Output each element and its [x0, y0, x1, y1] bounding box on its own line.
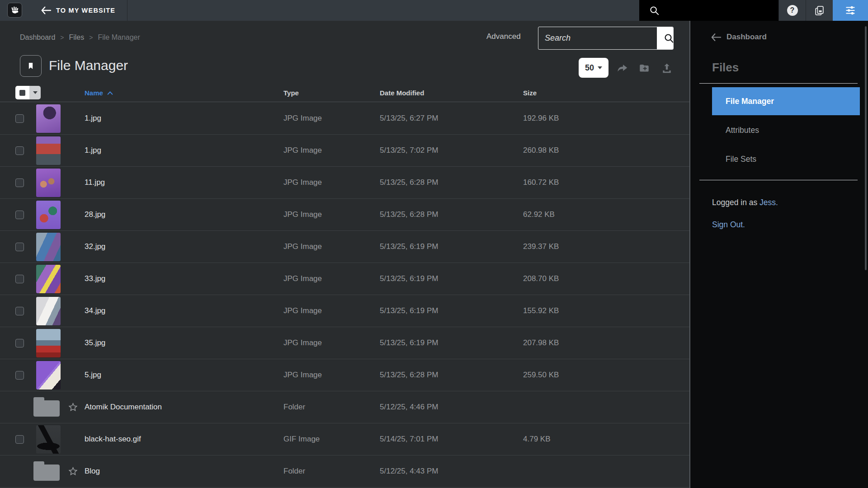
- row-checkbox[interactable]: [15, 275, 24, 283]
- row-checkbox[interactable]: [15, 146, 24, 155]
- row-checkbox[interactable]: [15, 243, 24, 251]
- chevron-down-icon: [598, 66, 602, 69]
- row-checkbox[interactable]: [15, 307, 24, 315]
- column-header-type[interactable]: Type: [283, 89, 299, 97]
- file-thumbnail: [36, 169, 61, 197]
- row-checkbox[interactable]: [15, 114, 24, 123]
- file-type: JPG Image: [283, 371, 322, 380]
- help-button[interactable]: ?: [778, 0, 806, 21]
- row-checkbox[interactable]: [15, 435, 24, 444]
- file-type: JPG Image: [283, 210, 322, 219]
- sidebar-item-file-sets[interactable]: File Sets: [712, 145, 860, 173]
- select-menu-button[interactable]: [29, 86, 41, 99]
- table-row[interactable]: 34.jpg JPG Image 5/13/25, 6:19 PM 155.92…: [0, 295, 689, 327]
- file-search: [538, 27, 674, 50]
- file-name[interactable]: 1.jpg: [85, 114, 101, 123]
- table-row[interactable]: 28.jpg JPG Image 5/13/25, 6:28 PM 62.92 …: [0, 199, 689, 231]
- pages-icon: [814, 5, 825, 16]
- page-size-dropdown[interactable]: 50: [579, 58, 609, 78]
- table-row[interactable]: black-hat-seo.gif GIF Image 5/14/25, 7:0…: [0, 423, 689, 455]
- checkbox-indeterminate-icon: [19, 90, 25, 96]
- search-icon: [649, 5, 660, 16]
- user-link[interactable]: Jess.: [760, 198, 778, 207]
- file-date: 5/13/25, 6:19 PM: [380, 274, 438, 283]
- new-folder-icon: [638, 62, 650, 74]
- select-all-checkbox[interactable]: [15, 86, 29, 99]
- share-button[interactable]: [617, 62, 628, 74]
- file-name[interactable]: 33.jpg: [85, 274, 105, 283]
- folder-name[interactable]: Atomik Documentation: [85, 403, 162, 412]
- concrete-cms-logo[interactable]: [7, 3, 22, 18]
- favorite-star-icon[interactable]: [68, 466, 78, 477]
- table-row-folder[interactable]: Atomik Documentation Folder 5/12/25, 4:4…: [0, 391, 689, 423]
- new-folder-button[interactable]: [638, 62, 650, 74]
- file-name[interactable]: 1.jpg: [85, 146, 101, 155]
- breadcrumb-dashboard[interactable]: Dashboard: [20, 33, 55, 42]
- column-header-size[interactable]: Size: [523, 89, 537, 97]
- breadcrumb-files[interactable]: Files: [69, 33, 84, 42]
- file-size: 192.96 KB: [523, 114, 559, 123]
- column-header-date-modified[interactable]: Date Modified: [380, 89, 424, 97]
- sidebar-item-file-manager[interactable]: File Manager: [712, 87, 860, 115]
- favorite-star-icon[interactable]: [68, 402, 78, 413]
- sidebar-back-label: Dashboard: [726, 33, 767, 42]
- file-name[interactable]: 32.jpg: [85, 242, 105, 251]
- breadcrumb-separator: >: [89, 34, 93, 41]
- table-row[interactable]: 35.jpg JPG Image 5/13/25, 6:19 PM 207.98…: [0, 327, 689, 359]
- page-size-value: 50: [585, 63, 594, 73]
- back-arrow-icon: [41, 6, 51, 14]
- file-type: JPG Image: [283, 306, 322, 315]
- file-date: 5/13/25, 7:02 PM: [380, 146, 438, 155]
- advanced-search-link[interactable]: Advanced: [486, 32, 521, 41]
- row-checkbox[interactable]: [15, 211, 24, 219]
- file-thumbnail: [36, 297, 61, 325]
- upload-button[interactable]: [661, 62, 673, 74]
- column-header-name[interactable]: Name: [85, 89, 113, 97]
- pages-button[interactable]: [806, 0, 833, 21]
- file-date: 5/12/25, 4:43 PM: [380, 467, 438, 476]
- table-row[interactable]: 1.jpg JPG Image 5/13/25, 6:27 PM 192.96 …: [0, 103, 689, 135]
- file-name[interactable]: black-hat-seo.gif: [85, 435, 141, 444]
- settings-panel-button[interactable]: [833, 0, 868, 21]
- sidebar-item-attributes[interactable]: Attributes: [712, 116, 860, 144]
- bookmark-page-button[interactable]: [20, 55, 42, 77]
- select-all-control[interactable]: [15, 86, 41, 99]
- file-name[interactable]: 35.jpg: [85, 338, 105, 347]
- row-checkbox[interactable]: [15, 339, 24, 347]
- to-my-website-link[interactable]: TO MY WEBSITE: [41, 0, 115, 21]
- folder-name[interactable]: Blog: [85, 467, 100, 476]
- file-name[interactable]: 34.jpg: [85, 306, 105, 315]
- search-submit-button[interactable]: [657, 27, 674, 49]
- topbar-divider: [127, 0, 127, 21]
- table-row[interactable]: 5.jpg JPG Image 5/13/25, 6:28 PM 259.50 …: [0, 359, 689, 391]
- file-size: 4.79 KB: [523, 435, 551, 444]
- file-thumbnail: [36, 104, 61, 133]
- table-header: Name Type Date Modified Size: [0, 84, 689, 102]
- file-name[interactable]: 28.jpg: [85, 210, 105, 219]
- file-name[interactable]: 11.jpg: [85, 178, 105, 187]
- file-date: 5/13/25, 6:19 PM: [380, 306, 438, 315]
- row-checkbox[interactable]: [15, 371, 24, 380]
- share-icon: [617, 62, 628, 74]
- hand-logo-icon: [10, 6, 19, 14]
- file-name[interactable]: 5.jpg: [85, 371, 101, 380]
- file-size: 155.92 KB: [523, 306, 559, 315]
- sign-out-link[interactable]: Sign Out.: [712, 220, 745, 230]
- sidebar-back-dashboard[interactable]: Dashboard: [711, 33, 767, 42]
- file-thumbnail: [36, 425, 61, 454]
- scrollbar[interactable]: [865, 26, 867, 270]
- table-row[interactable]: 33.jpg JPG Image 5/13/25, 6:19 PM 208.70…: [0, 263, 689, 295]
- file-date: 5/13/25, 6:19 PM: [380, 338, 438, 347]
- global-search-bar[interactable]: [639, 0, 778, 21]
- table-row-folder[interactable]: Blog Folder 5/12/25, 4:43 PM: [0, 455, 689, 488]
- table-row[interactable]: 1.jpg JPG Image 5/13/25, 7:02 PM 260.98 …: [0, 135, 689, 167]
- file-date: 5/13/25, 6:28 PM: [380, 371, 438, 380]
- row-checkbox[interactable]: [15, 178, 24, 187]
- file-size: 260.98 KB: [523, 146, 559, 155]
- file-type: JPG Image: [283, 146, 322, 155]
- file-type: JPG Image: [283, 178, 322, 187]
- search-input[interactable]: [538, 27, 657, 49]
- table-row[interactable]: 11.jpg JPG Image 5/13/25, 6:28 PM 160.72…: [0, 167, 689, 199]
- file-date: 5/12/25, 4:46 PM: [380, 403, 438, 412]
- table-row[interactable]: 32.jpg JPG Image 5/13/25, 6:19 PM 239.37…: [0, 231, 689, 263]
